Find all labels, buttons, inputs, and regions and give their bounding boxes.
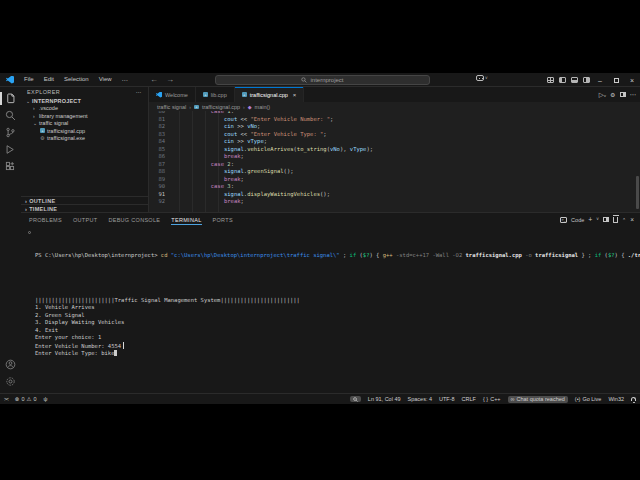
panel-tab-output[interactable]: OUTPUT (73, 213, 97, 226)
terminal-line: 4. Exit (35, 327, 640, 335)
close-button[interactable]: × (624, 73, 640, 87)
panel-tab-debug-console[interactable]: DEBUG CONSOLE (108, 213, 160, 226)
back-icon[interactable]: ← (150, 73, 158, 87)
tree-item-library-management[interactable]: ›library management (21, 112, 148, 120)
error-icon: ⊗ (15, 396, 20, 402)
section-outline[interactable]: ›OUTLINE (21, 196, 148, 204)
breadcrumb-file[interactable]: trafficsignal.cpp (202, 104, 240, 110)
line-number: 89 (149, 176, 171, 182)
account-icon[interactable] (2, 356, 19, 373)
sidebar-more-icon[interactable]: ⋯ (136, 89, 142, 95)
platform-status[interactable]: Win32 (608, 396, 624, 402)
close-panel-icon[interactable]: × (630, 216, 634, 223)
zoom-indicator[interactable] (350, 396, 361, 402)
customize-layout-icon[interactable] (547, 77, 554, 83)
toggle-panel-icon[interactable] (571, 77, 578, 83)
panel-tab-problems[interactable]: PROBLEMS (29, 213, 62, 226)
command-decoration-icon[interactable] (28, 231, 31, 234)
code-text: case 2: (171, 161, 234, 167)
explorer-sidebar: EXPLORER ⋯ ⌄INTERNPROJECT›.vscode›librar… (21, 87, 149, 212)
tree-item-trafficsignal-cpp[interactable]: +trafficsignal.cpp (21, 127, 148, 135)
line-number: 84 (149, 138, 171, 144)
terminal-line: Enter Vehicle Number: 4554 (35, 342, 640, 351)
sidebar-title: EXPLORER (27, 89, 60, 95)
encoding[interactable]: UTF-8 (439, 396, 455, 402)
problems-status[interactable]: ⊗0 ⚠0 (15, 396, 37, 402)
language-mode[interactable]: { }C++ (483, 396, 501, 402)
tab-trafficsignal-cpp[interactable]: +trafficsignal.cpp× (235, 87, 305, 102)
editor-scrollbar[interactable] (636, 176, 639, 209)
tree-item-vscode[interactable]: ›.vscode (21, 105, 148, 113)
indentation[interactable]: Spaces: 4 (408, 396, 432, 402)
notifications-bell-icon[interactable] (631, 397, 636, 401)
menu-item-view[interactable]: View (94, 76, 117, 83)
menu-item-edit[interactable]: Edit (39, 76, 59, 83)
status-bar: >< ⊗0 ⚠0 ψ Ln 91, Col 49 Spaces: 4 UTF-8… (0, 393, 640, 404)
letterbox-bottom (0, 404, 640, 480)
split-terminal-icon[interactable] (603, 217, 609, 223)
code-text: cin >> vNo; (171, 123, 260, 129)
code-text: case 1: (171, 111, 234, 114)
breadcrumb-symbol[interactable]: main() (255, 104, 271, 110)
cursor-position[interactable]: Ln 91, Col 49 (368, 396, 401, 402)
more-actions-icon[interactable]: ⋯ (630, 91, 637, 99)
code-line: 92 break; (149, 198, 640, 206)
terminal-cursor (114, 350, 117, 356)
tree-item-internproject[interactable]: ⌄INTERNPROJECT (21, 97, 148, 105)
extensions-icon[interactable] (2, 158, 19, 175)
remote-indicator[interactable]: >< (4, 396, 8, 402)
panel-tab-ports[interactable]: PORTS (213, 213, 233, 226)
command-center-search[interactable]: internproject (215, 75, 430, 85)
run-dropdown-icon[interactable]: ˅ (604, 93, 606, 98)
chat-quota-status[interactable]: ∞Chat quota reached (508, 396, 568, 403)
gear-icon[interactable]: ⚙ (610, 91, 615, 98)
chevron-right-icon: › (33, 113, 37, 119)
minimize-button[interactable]: – (592, 73, 608, 87)
toggle-secondary-sidebar-icon[interactable] (583, 77, 590, 83)
new-terminal-icon[interactable]: + (588, 216, 592, 223)
forward-icon[interactable]: → (166, 73, 174, 87)
cpp-file-icon: + (40, 128, 45, 133)
tab-label: trafficsignal.cpp (250, 92, 288, 98)
kill-terminal-icon[interactable] (613, 217, 618, 223)
split-editor-icon[interactable] (620, 91, 626, 98)
close-icon[interactable]: × (293, 92, 297, 98)
restore-button[interactable] (608, 73, 624, 87)
chevron-down-icon: ⌄ (33, 120, 37, 126)
tree-item-label: library management (39, 113, 88, 119)
copilot-chat-button[interactable]: ˅ (476, 75, 488, 81)
code-text: break; (171, 153, 244, 159)
eol-sequence[interactable]: CRLF (462, 396, 476, 402)
tab-lib-cpp[interactable]: +lib.cpp (196, 87, 235, 102)
tab-welcome[interactable]: Welcome (149, 87, 196, 102)
warning-icon: ⚠ (27, 396, 32, 402)
code-editor[interactable]: 80 case 1:81 cout << "Enter Vehicle Numb… (149, 111, 640, 212)
chevron-right-icon: › (25, 198, 27, 204)
run-file-button[interactable]: ▷˅ (599, 91, 606, 99)
source-control-icon[interactable] (2, 124, 19, 141)
panel-tab-terminal[interactable]: TERMINAL (171, 213, 201, 226)
tree-item-traffic-signal[interactable]: ⌄traffic signal (21, 120, 148, 128)
menu-item-selection[interactable]: Selection (59, 76, 94, 83)
line-number: 88 (149, 168, 171, 174)
menu-bar: FileEditSelectionView⋯ (19, 76, 133, 83)
maximize-panel-icon[interactable]: ⌃ (622, 217, 626, 223)
run-debug-icon[interactable] (2, 141, 19, 158)
terminal-profile-icon: >_ (560, 217, 567, 223)
explorer-icon[interactable] (2, 90, 19, 107)
breadcrumb-folder[interactable]: traffic signal (157, 104, 186, 110)
go-live-button[interactable]: (•)Go Live (575, 396, 602, 402)
chevron-right-icon: › (33, 105, 37, 111)
menu-item-file[interactable]: File (19, 76, 39, 83)
settings-gear-icon[interactable] (2, 373, 19, 390)
toggle-sidebar-icon[interactable] (559, 77, 566, 83)
terminal-dropdown-icon[interactable]: ˅ (596, 217, 599, 222)
section-timeline[interactable]: ›TIMELINE (21, 204, 148, 212)
search-icon (301, 77, 307, 83)
tree-item-trafficsignal-exe[interactable]: ⚙trafficsignal.exe (21, 135, 148, 143)
search-sidebar-icon[interactable] (2, 107, 19, 124)
breadcrumb[interactable]: traffic signal › + trafficsignal.cpp › ◆… (149, 102, 640, 111)
menu-item-[interactable]: ⋯ (117, 76, 133, 83)
terminal[interactable]: PS C:\Users\hp\Desktop\internproject> cd… (21, 226, 640, 393)
broadcast-icon[interactable]: ψ (44, 396, 48, 402)
